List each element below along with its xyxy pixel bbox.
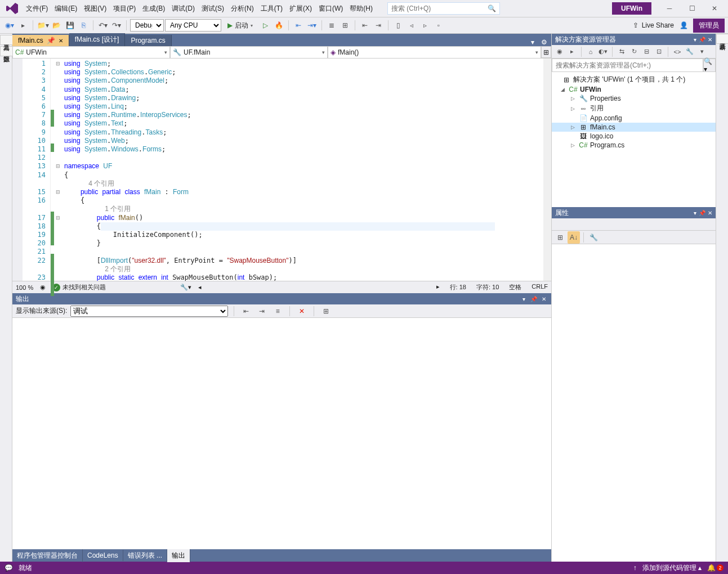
forward-button[interactable]: ▸: [17, 19, 29, 32]
se-search-icon[interactable]: 🔍▾: [703, 59, 716, 72]
redo-button[interactable]: ↷▾: [110, 19, 123, 32]
tab-pmc[interactable]: 程序包管理器控制台: [12, 549, 83, 562]
se-search-input[interactable]: [552, 59, 703, 72]
menu-edit[interactable]: 编辑(E): [51, 2, 81, 16]
output-text[interactable]: [12, 318, 551, 549]
se-code-icon[interactable]: <>: [672, 46, 683, 57]
config-select[interactable]: Debug: [130, 19, 164, 32]
step-over-button[interactable]: ⇥▾: [306, 19, 318, 32]
menu-view[interactable]: 视图(V): [81, 2, 110, 16]
indent-out-button[interactable]: ⇤: [359, 19, 371, 32]
search-input[interactable]: [391, 5, 487, 12]
tab-fmain-cs[interactable]: fMain.cs 📌 ✕: [12, 35, 69, 46]
diagnostics-tab[interactable]: 诊断工具: [716, 34, 728, 44]
tree-appconfig[interactable]: 📄 App.config: [552, 114, 716, 123]
se-dropdown-icon[interactable]: ▾: [694, 37, 696, 43]
prop-categorize-icon[interactable]: ⊞: [554, 231, 566, 244]
nav-class-select[interactable]: 🔧 UF.fMain▾: [170, 46, 328, 59]
tab-codelens[interactable]: CodeLens: [83, 550, 123, 561]
feedback-button[interactable]: 👤: [677, 19, 690, 32]
menu-project[interactable]: 项目(P): [110, 2, 139, 16]
step-into-button[interactable]: ⇤: [292, 19, 305, 32]
undo-button[interactable]: ↶▾: [97, 19, 109, 32]
save-all-button[interactable]: ⎘: [77, 19, 90, 32]
panel-close-icon[interactable]: ✕: [540, 296, 548, 302]
prop-pin-icon[interactable]: 📌: [699, 210, 705, 216]
quick-search[interactable]: 🔍: [387, 2, 500, 15]
se-switch-icon[interactable]: ◐▾: [597, 46, 609, 57]
datasources-tab[interactable]: 数据源: [0, 46, 13, 56]
tree-project[interactable]: ◢C# UFWin: [552, 85, 716, 94]
notifications-button[interactable]: 🔔 2: [707, 564, 723, 572]
nav-member-select[interactable]: ◈ fMain()▾: [328, 46, 541, 59]
tree-fmain[interactable]: ▷⊞ fMain.cs: [552, 123, 716, 132]
se-sync-icon[interactable]: ⇆: [616, 46, 627, 57]
solution-tree[interactable]: ⊞ 解决方案 'UFWin' (1 个项目，共 1 个) ◢C# UFWin ▷…: [552, 72, 716, 207]
back-button[interactable]: ◉▾: [3, 19, 16, 32]
live-share-button[interactable]: Live Share: [642, 21, 674, 29]
zoom-level[interactable]: 100 %: [16, 284, 33, 291]
se-pin-icon[interactable]: 📌: [699, 37, 705, 43]
output-source-select[interactable]: 调试: [70, 306, 228, 317]
output-toggle-icon[interactable]: ⊞: [320, 305, 332, 317]
output-wrap-icon[interactable]: ≡: [271, 305, 284, 317]
se-home-icon[interactable]: ⌂: [585, 46, 596, 57]
start-debug-button[interactable]: ▶ 启动 ▾: [222, 19, 258, 32]
output-clear-icon[interactable]: ✕: [296, 305, 308, 317]
se-properties-icon[interactable]: 🔧: [684, 46, 695, 57]
panel-dropdown-icon[interactable]: ▾: [520, 296, 528, 302]
output-window-icon[interactable]: 💬: [5, 564, 13, 572]
bookmark-prev-button[interactable]: ◃: [405, 19, 418, 32]
nav-left-icon[interactable]: ◂: [198, 284, 202, 291]
properties-object-select[interactable]: [552, 218, 716, 231]
nav-project-select[interactable]: C# UFWin▾: [12, 46, 170, 59]
panel-pin-icon[interactable]: 📌: [530, 296, 538, 302]
close-button[interactable]: ✕: [703, 2, 726, 15]
split-button[interactable]: ⊞: [541, 46, 551, 58]
menu-tools[interactable]: 工具(T): [257, 2, 286, 16]
se-back-icon[interactable]: ◉: [554, 46, 565, 57]
fold-indicators[interactable]: ⊟⊟⊟⊟: [54, 59, 62, 281]
menu-test[interactable]: 测试(S): [198, 2, 227, 16]
output-indent-right-icon[interactable]: ⇥: [256, 305, 268, 317]
indent-mode[interactable]: 空格: [509, 283, 521, 292]
tab-output[interactable]: 输出: [167, 549, 190, 562]
menu-file[interactable]: 文件(F): [23, 2, 51, 16]
tab-error-list[interactable]: 错误列表 ...: [123, 549, 167, 562]
menu-analyze[interactable]: 分析(N): [227, 2, 257, 16]
tree-program[interactable]: ▷C# Program.cs: [552, 141, 716, 150]
se-refresh-icon[interactable]: ↻: [628, 46, 640, 57]
tree-solution[interactable]: ⊞ 解决方案 'UFWin' (1 个项目，共 1 个): [552, 74, 716, 85]
properties-grid[interactable]: [552, 244, 716, 562]
tab-dropdown-button[interactable]: ▾: [528, 38, 538, 46]
bookmark-next-button[interactable]: ▹: [419, 19, 431, 32]
se-showall-icon[interactable]: ⊡: [653, 46, 664, 57]
source-control-button[interactable]: 添加到源代码管理 ▴: [642, 563, 702, 573]
prop-sort-icon[interactable]: A↓: [568, 231, 580, 244]
output-indent-left-icon[interactable]: ⇤: [240, 305, 252, 317]
comment-button[interactable]: ≣: [325, 19, 338, 32]
prop-close-icon[interactable]: ✕: [708, 210, 712, 216]
pin-icon[interactable]: 📌: [47, 37, 55, 44]
editor-scrollbar[interactable]: [543, 59, 551, 281]
tab-settings-button[interactable]: ⚙: [539, 38, 549, 46]
prop-wrench-icon[interactable]: 🔧: [587, 231, 600, 244]
se-close-icon[interactable]: ✕: [708, 37, 712, 43]
menu-extensions[interactable]: 扩展(X): [286, 2, 315, 16]
tree-references[interactable]: ▷▫▫ 引用: [552, 103, 716, 114]
health-icon[interactable]: ◉: [40, 284, 46, 291]
bookmark-clear-button[interactable]: ▫: [432, 19, 445, 32]
nav-right-icon[interactable]: ▸: [436, 283, 440, 292]
uncomment-button[interactable]: ⊞: [339, 19, 351, 32]
tree-logo[interactable]: 🖼 logo.ico: [552, 132, 716, 141]
close-icon[interactable]: ✕: [59, 38, 63, 44]
open-button[interactable]: 📂: [50, 19, 62, 32]
start-without-debug-button[interactable]: ▷: [259, 19, 271, 32]
menu-build[interactable]: 生成(B): [139, 2, 168, 16]
tab-fmain-design[interactable]: fMain.cs [设计]: [69, 33, 126, 46]
hot-reload-button[interactable]: 🔥: [273, 19, 285, 32]
tab-program-cs[interactable]: Program.cs: [125, 35, 171, 46]
menu-window[interactable]: 窗口(W): [315, 2, 346, 16]
indent-in-button[interactable]: ⇥: [372, 19, 385, 32]
code-editor[interactable]: 1234567891011121314151617181920212223 ⊟⊟…: [12, 59, 551, 281]
